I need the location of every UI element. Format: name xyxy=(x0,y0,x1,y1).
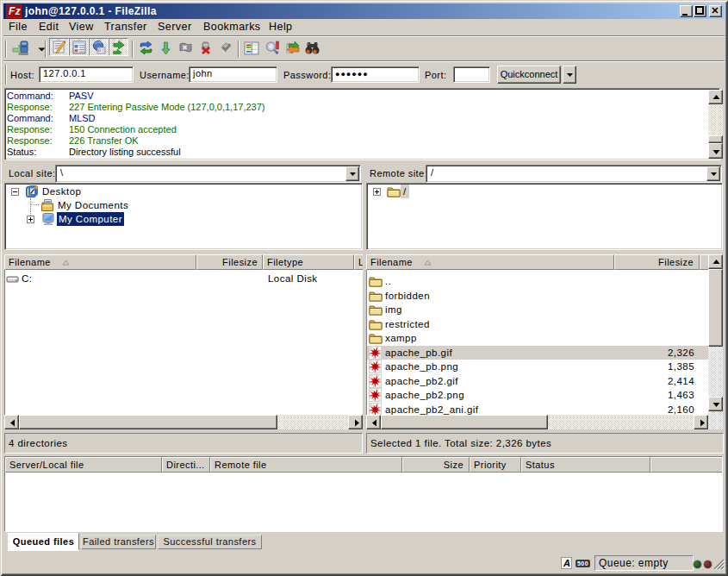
svg-text:Fz: Fz xyxy=(9,5,21,17)
